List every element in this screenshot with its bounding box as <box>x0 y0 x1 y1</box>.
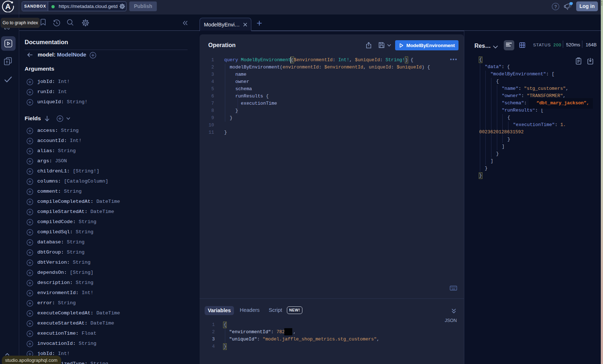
svg-text:A: A <box>5 2 11 11</box>
svg-text:?: ? <box>554 4 557 9</box>
